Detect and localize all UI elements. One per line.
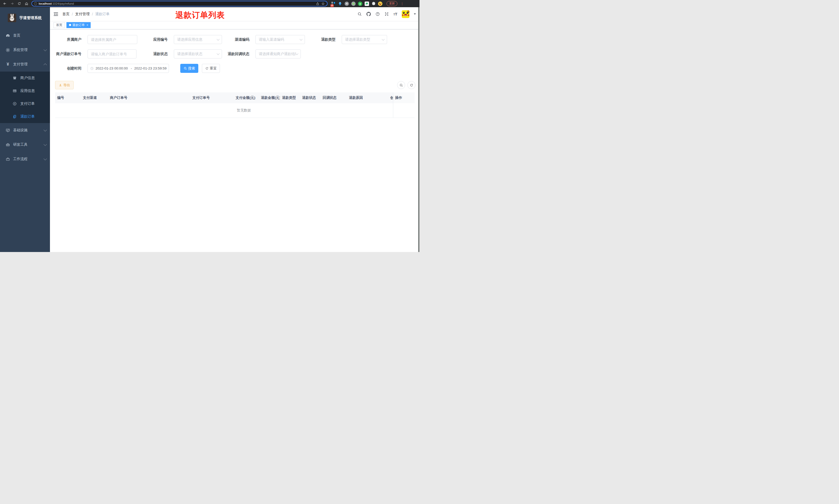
extension-badge: 10 [331,4,334,7]
chevron-down-icon [300,38,302,40]
chevron-down-icon [217,38,219,40]
create-time-range-picker[interactable]: 2022-01-23 00:00:00 - 2022-01-23 23:59:5… [88,64,169,73]
clock-icon [90,67,94,70]
chevron-up-icon [43,63,47,67]
filter-label-refund-status: 退款状态 [143,50,171,58]
command-extension-icon[interactable]: ⌘ [344,2,349,6]
reset-button[interactable]: 重置 [202,64,220,73]
sidebar-item-label: 系统管理 [13,48,41,52]
sidebar-item-pay[interactable]: ¥ 支付管理 [0,57,50,72]
right-tools [397,81,415,89]
sidebar-item-label: 首页 [13,33,46,38]
reload-icon[interactable] [17,1,22,6]
search-icon[interactable] [357,12,362,17]
refund-type-placeholder: 请选择退款类型 [345,37,382,42]
gear-icon [5,48,10,53]
extensions-puzzle-icon[interactable] [371,2,376,6]
back-icon[interactable] [3,1,7,6]
chevron-down-icon [296,52,298,55]
sidebar-item-merchant-info[interactable]: 商户信息 [0,72,50,85]
font-size-icon[interactable]: TT [393,12,397,16]
sidebar-logo[interactable]: 芋道管理系统 [0,7,50,28]
browser-update-button[interactable]: 更新 [387,1,397,6]
search-button-label: 搜索 [188,66,195,71]
home-icon[interactable] [24,1,29,6]
content: 所属商户 应用编号 请选择应用信息 渠道编码 请输入渠道编码 退款类型 [50,29,420,118]
sidebar-item-home[interactable]: 首页 [0,28,50,43]
browser-toolbar: i localhost:1024/pay/refund 10 ⌘ y 更新 ⋮ [0,0,420,7]
avatar-caret-icon[interactable] [414,13,416,15]
page-title: 退款订单列表 [175,10,225,21]
date-end: 2022-01-23 23:59:59 [134,67,168,70]
empty-text: 暂无数据 [55,103,415,118]
sidebar-item-label: 研发工具 [13,142,41,147]
github-icon[interactable] [367,12,371,17]
sidebar-item-label: 基础设施 [13,128,41,132]
recorder-extension-icon[interactable] [351,2,356,6]
gem-extension-icon[interactable] [338,2,342,6]
col-refund-amount: 退款金额(元) [259,92,280,103]
info-icon[interactable]: i [34,2,37,5]
forward-icon[interactable] [10,1,14,6]
channel-select[interactable]: 请输入渠道编码 [255,35,305,44]
date-start: 2022-01-23 00:00:00 [95,67,128,70]
breadcrumb-pay[interactable]: 支付管理 [75,12,90,17]
app-title: 芋道管理系统 [19,15,42,20]
breadcrumb-home[interactable]: 首页 [62,12,70,17]
tab-manager-extension-icon[interactable]: 10 [331,2,336,6]
col-callback-status: 回调状态 [321,92,347,103]
sidebar-item-system[interactable]: 系统管理 [0,43,50,57]
col-pay-amount: 支付金额(元) [234,92,259,103]
refund-status-select[interactable]: 请选择退款状态 [174,50,222,58]
sidebar-item-refund-order[interactable]: 退款订单 [0,110,50,123]
col-refund-type: 退款类型 [280,92,300,103]
sidebar-item-label: 工作流程 [13,157,41,161]
col-refund-reason: 退款原因 [347,92,388,103]
chevron-down-icon [43,157,47,160]
col-pay-order-no: 支付订单号 [190,92,234,103]
address-bar[interactable]: i localhost:1024/pay/refund [31,1,327,6]
app-select[interactable]: 请选择应用信息 [174,35,222,44]
sidebar-item-app-info[interactable]: 应用信息 [0,85,50,97]
help-icon[interactable] [375,12,380,17]
export-button-label: 导出 [64,83,70,88]
sidebar-item-devtools[interactable]: 研发工具 [0,138,50,152]
avatar[interactable] [402,10,409,18]
close-icon[interactable]: × [87,23,88,26]
refund-table: 编号 支付渠道 商户订单号 支付订单号 支付金额(元) 退款金额(元) 退款类型… [55,92,415,118]
emoji-extension-icon[interactable] [378,2,382,6]
merchant-refund-no-input[interactable] [88,50,137,58]
sidebar-item-pay-order[interactable]: ¥ 支付订单 [0,97,50,110]
page: 芋道管理系统 首页 系统管理 ¥ 支付管理 [0,7,420,252]
window-scrollbar[interactable] [418,7,420,252]
filter-label-merchant: 所属商户 [55,35,85,44]
yen-icon: ¥ [5,62,10,67]
toggle-search-button[interactable] [397,81,405,89]
sidebar-item-label: 应用信息 [20,89,35,93]
chevron-down-icon [43,143,47,146]
sidebar-toggle-icon[interactable] [53,11,59,17]
sidebar-item-workflow[interactable]: 工作流程 [0,152,50,166]
col-pay-channel: 支付渠道 [81,92,108,103]
export-button[interactable]: 导出 [55,81,74,89]
share-icon[interactable] [316,2,320,6]
briefcase-icon [5,157,10,162]
refresh-button[interactable] [407,81,415,89]
tag-home[interactable]: 首页 [54,22,65,28]
browser-menu-icon[interactable]: ⋮ [400,2,404,6]
search-button[interactable]: 搜索 [180,64,198,73]
sidebar-menu: 首页 系统管理 ¥ 支付管理 商户信息 [0,28,50,166]
refund-type-select[interactable]: 请选择退款类型 [342,35,387,44]
bookmark-star-icon[interactable] [321,2,325,6]
sidebar-item-infra[interactable]: 基础设施 [0,123,50,138]
merchant-input[interactable] [88,35,137,44]
fullscreen-icon[interactable] [385,12,389,17]
callback-status-select[interactable]: 请选择通知商户退款结果 [255,50,301,58]
filter-label-merchant-refund-no: 商户退款订单号 [53,50,85,58]
filter-label-create-time: 创建时间 [55,64,85,73]
y-extension-icon[interactable]: y [358,2,362,6]
chat-extension-icon[interactable] [365,2,369,6]
breadcrumb-current: 退款订单 [95,12,110,17]
sidebar-item-label: 支付订单 [20,102,35,106]
tag-refund-order[interactable]: 退款订单 × [67,22,91,28]
